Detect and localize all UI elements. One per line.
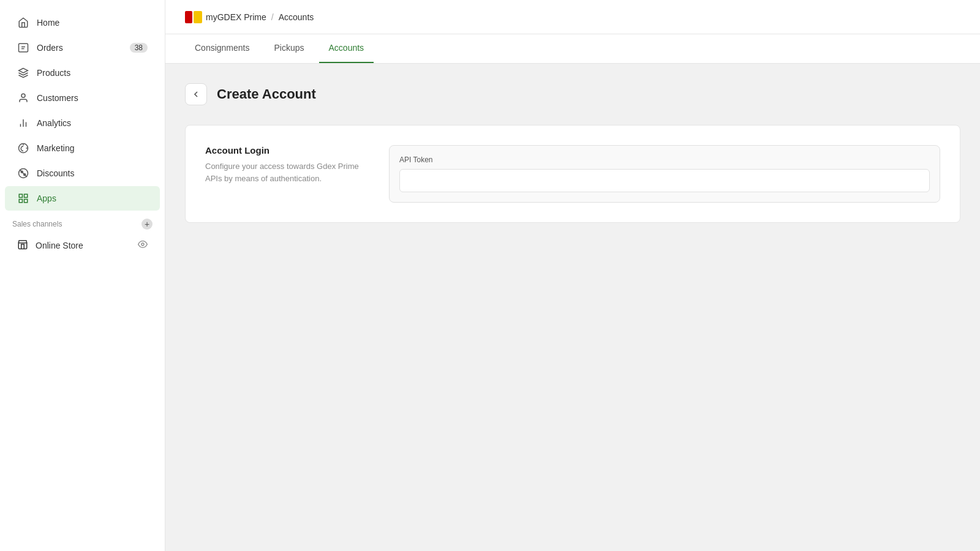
sidebar-item-home[interactable]: Home <box>5 10 160 35</box>
form-section-desc: Configure your access towards Gdex Prime… <box>205 160 369 184</box>
orders-icon <box>17 42 29 54</box>
form-label-section: Account Login Configure your access towa… <box>205 145 389 203</box>
svg-line-11 <box>20 170 27 177</box>
breadcrumb: myGDEX Prime / Accounts <box>185 11 314 23</box>
products-icon <box>17 67 29 79</box>
tab-consignments-label: Consignments <box>195 43 250 53</box>
breadcrumb-separator: / <box>271 12 274 22</box>
analytics-icon <box>17 117 29 129</box>
api-token-label: API Token <box>399 156 930 164</box>
eye-icon <box>138 239 148 251</box>
customers-icon <box>17 92 29 104</box>
sidebar-item-apps[interactable]: Apps <box>5 186 160 211</box>
sidebar-item-label: Marketing <box>37 143 74 153</box>
tab-accounts-label: Accounts <box>329 43 364 53</box>
svg-rect-0 <box>19 43 28 52</box>
sidebar-item-label: Products <box>37 68 70 78</box>
svg-rect-15 <box>24 200 28 203</box>
page-header: Create Account <box>185 83 960 105</box>
breadcrumb-current: Accounts <box>279 12 314 22</box>
tab-accounts[interactable]: Accounts <box>319 34 374 63</box>
logo-badge <box>185 11 202 23</box>
add-sales-channel-button[interactable]: + <box>141 219 153 230</box>
page-title: Create Account <box>217 86 316 102</box>
svg-marker-3 <box>19 69 28 73</box>
sidebar-item-online-store[interactable]: Online Store <box>5 233 160 258</box>
svg-point-4 <box>21 94 25 97</box>
marketing-icon <box>17 142 29 154</box>
svg-point-16 <box>141 243 144 246</box>
sidebar-item-label: Home <box>37 18 59 28</box>
back-button[interactable] <box>185 83 207 105</box>
sidebar-item-marketing[interactable]: Marketing <box>5 136 160 160</box>
sales-channels-section: Sales channels + <box>0 211 165 232</box>
tab-pickups[interactable]: Pickups <box>265 34 314 63</box>
topbar: myGDEX Prime / Accounts <box>165 0 980 34</box>
orders-badge: 38 <box>130 43 148 53</box>
sales-channels-label: Sales channels <box>12 220 62 228</box>
form-section: Account Login Configure your access towa… <box>185 125 960 223</box>
form-row-account-login: Account Login Configure your access towa… <box>186 126 960 222</box>
apps-icon <box>17 192 29 204</box>
svg-rect-18 <box>194 11 202 23</box>
sidebar-item-customers[interactable]: Customers <box>5 86 160 110</box>
sidebar-item-products[interactable]: Products <box>5 61 160 85</box>
home-icon <box>17 17 29 29</box>
sidebar-item-analytics[interactable]: Analytics <box>5 111 160 135</box>
sidebar-item-orders[interactable]: Orders 38 <box>5 36 160 60</box>
sidebar-item-label: Customers <box>37 93 78 103</box>
api-token-group: API Token <box>389 145 940 203</box>
svg-rect-17 <box>185 11 192 23</box>
sidebar-item-label: Orders <box>37 43 63 53</box>
form-input-section: API Token <box>389 145 940 203</box>
online-store-icon <box>17 239 28 252</box>
online-store-label: Online Store <box>36 241 83 250</box>
app-logo: myGDEX Prime <box>185 11 266 23</box>
main-content: myGDEX Prime / Accounts Consignments Pic… <box>165 0 980 551</box>
tabs-bar: Consignments Pickups Accounts <box>165 34 980 64</box>
discounts-icon <box>17 167 29 179</box>
sidebar-item-discounts[interactable]: Discounts <box>5 161 160 186</box>
app-name: myGDEX Prime <box>206 12 266 22</box>
tab-consignments[interactable]: Consignments <box>185 34 260 63</box>
tab-pickups-label: Pickups <box>274 43 304 53</box>
sidebar-item-label: Discounts <box>37 168 74 178</box>
sidebar-item-label: Analytics <box>37 118 71 128</box>
content-area: Create Account Account Login Configure y… <box>165 64 980 551</box>
svg-rect-14 <box>19 200 22 203</box>
sidebar: Home Orders 38 Products Customers <box>0 0 165 551</box>
svg-rect-12 <box>19 194 22 197</box>
svg-rect-13 <box>24 194 28 197</box>
sidebar-nav: Home Orders 38 Products Customers <box>0 5 165 551</box>
sidebar-item-label: Apps <box>37 193 56 203</box>
api-token-input[interactable] <box>399 169 930 192</box>
form-section-title: Account Login <box>205 145 369 156</box>
